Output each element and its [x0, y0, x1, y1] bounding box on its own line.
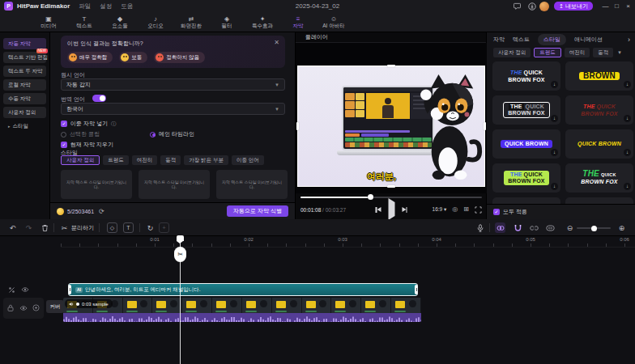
- cover-button[interactable]: 커버: [46, 300, 64, 313]
- subtitle-track-mute-icon[interactable]: [8, 286, 15, 294]
- playhead-handle[interactable]: [177, 235, 184, 241]
- fullscreen-icon[interactable]: [475, 206, 482, 214]
- zoom-out-icon[interactable]: ⊖: [564, 222, 576, 234]
- style-card-6[interactable]: QUICK BROWN↓: [565, 129, 633, 159]
- style-card-7[interactable]: THEQUICKBROWN FOX↓: [492, 163, 560, 193]
- chevron-down-icon[interactable]: ▾: [618, 49, 621, 56]
- progress-knob[interactable]: [368, 194, 373, 200]
- timeline-ruler[interactable]: 0:010:020:030:040:050:06: [61, 236, 635, 248]
- resize-handle[interactable]: [387, 185, 395, 188]
- style-card-8[interactable]: THEQUICKBROWN FOX↓: [565, 163, 633, 193]
- checkbox-checked-icon[interactable]: ✓: [493, 209, 500, 215]
- ribbon-tab-필터[interactable]: ◈필터: [209, 15, 245, 29]
- source-language-select[interactable]: 자동 감지 ▼: [61, 78, 285, 91]
- play-icon[interactable]: [388, 202, 394, 217]
- zoom-knob[interactable]: [591, 226, 597, 231]
- download-icon[interactable]: ↓: [624, 81, 631, 88]
- scope-radio-selected-clip[interactable]: 선택한 클립: [61, 130, 100, 138]
- download-icon[interactable]: ↓: [624, 115, 631, 122]
- mic-icon[interactable]: [474, 222, 486, 234]
- style-sample-card[interactable]: 자막 텍스트 스타일 미리보기입니다.: [61, 170, 132, 199]
- subtitle-clip[interactable]: AI 안녕하세요, 여러분, 히트포 에디마커 채널입니다.: [68, 283, 418, 296]
- add-icon[interactable]: +: [159, 222, 169, 233]
- ribbon-tab-요소들[interactable]: ◆요소들: [102, 15, 138, 29]
- sidebar-item-수동 자막[interactable]: 수동 자막: [3, 93, 46, 104]
- style-tab-동적[interactable]: 동적: [160, 155, 181, 165]
- undo-icon[interactable]: ↶: [6, 222, 19, 234]
- feedback-option-매우 정확함[interactable]: 매우 정확함: [67, 52, 113, 63]
- sidebar-item-자동 자막[interactable]: 자동 자막: [3, 38, 46, 49]
- ribbon-tab-특수효과[interactable]: ✦특수효과: [245, 15, 280, 29]
- minimize-icon[interactable]: —: [600, 0, 611, 12]
- download-icon[interactable]: ↓: [624, 183, 631, 190]
- category-tab-여전히[interactable]: 여전히: [565, 48, 590, 57]
- sidebar-item-사용자 정의[interactable]: 사용자 정의: [3, 107, 46, 118]
- sidebar-item-스타일[interactable]: ▸스타일: [3, 121, 46, 132]
- feedback-option-정확하지 않음[interactable]: 정확하지 않음: [154, 52, 205, 63]
- maximize-icon[interactable]: □: [612, 0, 622, 12]
- ribbon-tab-AI 아바타[interactable]: ☺AI 아바타: [316, 15, 352, 29]
- dual-subtitle-option[interactable]: ✓ 이중 자막 넣기 ⓘ: [61, 120, 116, 128]
- panel-tab-자막[interactable]: 자막: [493, 36, 505, 44]
- translate-toggle[interactable]: [92, 95, 106, 102]
- style-card-1[interactable]: THEQUICKBROWN FOX↓: [492, 61, 560, 91]
- magnet-icon[interactable]: [512, 222, 524, 234]
- scope-radio-main-timeline[interactable]: 메인 타임라인: [150, 130, 194, 138]
- style-card-10[interactable]: [565, 197, 633, 204]
- panel-more-icon[interactable]: ›: [628, 36, 630, 44]
- style-sample-card[interactable]: 자막 텍스트 스타일 미리보기입니다.: [139, 170, 210, 199]
- video-track-lock-icon[interactable]: [7, 304, 14, 311]
- style-tab-사용자 정의[interactable]: 사용자 정의: [61, 155, 100, 165]
- video-track-audio-icon[interactable]: [32, 304, 40, 311]
- keyframe-icon[interactable]: ◇: [107, 222, 117, 233]
- ribbon-tab-자막[interactable]: ≡자막: [280, 15, 316, 29]
- ribbon-tab-오디오[interactable]: ♪오디오: [138, 15, 173, 29]
- auto-subtitle-button[interactable]: 자동으로 자막 식별: [227, 205, 288, 217]
- style-tab-가장 밝은 부분[interactable]: 가장 밝은 부분: [184, 155, 228, 165]
- style-tab-이중 언어[interactable]: 이중 언어: [232, 155, 264, 165]
- timeline-zoom-slider[interactable]: [577, 227, 611, 229]
- download-icon[interactable]: ↓: [551, 183, 558, 190]
- style-card-5[interactable]: QUICK BROWN↓: [492, 129, 560, 159]
- style-card-2[interactable]: BROWN↓: [565, 61, 633, 91]
- panel-tab-텍스트[interactable]: 텍스트: [513, 36, 530, 44]
- menu-item-도움[interactable]: 도움: [121, 2, 133, 11]
- link-icon[interactable]: [495, 222, 505, 233]
- download-icon[interactable]: ↓: [624, 149, 631, 156]
- sidebar-item-텍스트 기반 편집[interactable]: 텍스트 기반 편집NEW: [3, 52, 46, 63]
- snapshot-icon[interactable]: ◎: [452, 206, 458, 213]
- export-button[interactable]: ↥ 내보내기: [554, 2, 593, 11]
- prev-frame-icon[interactable]: [376, 207, 381, 213]
- refresh-icon[interactable]: ⟳: [99, 208, 104, 215]
- target-language-select[interactable]: 한국어 ▼: [61, 103, 285, 115]
- style-tab-여전히[interactable]: 여전히: [132, 155, 158, 165]
- ripple-icon[interactable]: [544, 222, 556, 234]
- clip-trim-handle[interactable]: [415, 285, 418, 294]
- clear-current-option[interactable]: ✓ 현재 자막 지우기: [61, 141, 113, 149]
- video-track-eye-icon[interactable]: [19, 305, 28, 311]
- feedback-close-icon[interactable]: ✕: [274, 39, 279, 46]
- style-tab-트렌드[interactable]: 트렌드: [103, 155, 129, 165]
- style-card-9[interactable]: [492, 197, 560, 204]
- redo-icon[interactable]: ↷: [23, 222, 35, 234]
- style-card-4[interactable]: THEQUICKBROWN FOX↓: [565, 95, 633, 125]
- zoom-in-icon[interactable]: ⊕: [616, 222, 628, 234]
- menu-item-파일[interactable]: 파일: [79, 2, 91, 11]
- resize-handle[interactable]: [484, 122, 486, 130]
- panel-tab-애니메이션[interactable]: 애니메이션: [574, 36, 603, 44]
- download-icon[interactable]: ↓: [551, 149, 558, 156]
- speed-icon[interactable]: ↻: [144, 222, 156, 234]
- ribbon-tab-화면전환[interactable]: ⇄화면전환: [173, 15, 209, 29]
- resize-handle[interactable]: [387, 65, 395, 67]
- split-scissors-icon[interactable]: ✂: [58, 222, 70, 234]
- delete-icon[interactable]: [39, 222, 51, 234]
- resize-handle[interactable]: [296, 122, 299, 130]
- next-frame-icon[interactable]: [402, 207, 407, 213]
- category-tab-트렌드[interactable]: 트렌드: [534, 48, 561, 57]
- panel-tab-스타일[interactable]: 스타일: [538, 34, 566, 45]
- grid-icon[interactable]: ⊞: [463, 206, 469, 213]
- unlink-icon[interactable]: [528, 222, 540, 234]
- ribbon-tab-텍스트[interactable]: T텍스트: [66, 15, 102, 29]
- style-card-3[interactable]: THEQUICKBROWN FOX↓: [492, 95, 560, 125]
- playhead-scissors-icon[interactable]: ✂: [174, 247, 186, 262]
